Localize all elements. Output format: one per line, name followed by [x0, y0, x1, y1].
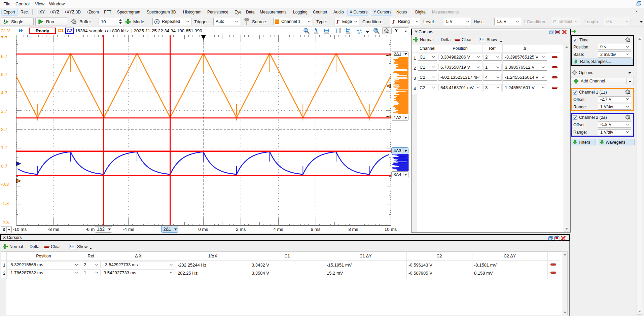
svg-text:6 ms: 6 ms	[311, 227, 321, 232]
svg-text:0.7: 0.7	[1, 164, 7, 169]
svg-text:-8 ms: -8 ms	[48, 227, 59, 232]
svg-text:1: 1	[305, 29, 307, 32]
svg-text:0 ms: 0 ms	[198, 227, 208, 232]
svg-text:10 ms: 10 ms	[385, 227, 397, 232]
svg-text:-2.3: -2.3	[1, 220, 9, 225]
svg-text:1: 1	[3, 19, 5, 23]
svg-text:4.7: 4.7	[1, 90, 7, 95]
svg-text:7.7: 7.7	[1, 35, 7, 40]
svg-text:-4 ms: -4 ms	[123, 227, 134, 232]
svg-text:2 ms: 2 ms	[236, 227, 246, 232]
svg-text:8 ms: 8 ms	[348, 227, 358, 232]
svg-text:-10 ms: -10 ms	[13, 227, 27, 232]
svg-text:3.7: 3.7	[1, 109, 7, 114]
svg-text:4 ms: 4 ms	[273, 227, 283, 232]
svg-text:5.7: 5.7	[1, 72, 7, 77]
svg-text:3 4: 3 4	[358, 31, 363, 34]
svg-text:1.7: 1.7	[1, 145, 7, 150]
svg-text:2.7: 2.7	[1, 127, 7, 132]
svg-text:-1.3: -1.3	[1, 201, 9, 206]
svg-text:6.7: 6.7	[1, 54, 7, 59]
svg-text:-0.3: -0.3	[1, 182, 9, 187]
